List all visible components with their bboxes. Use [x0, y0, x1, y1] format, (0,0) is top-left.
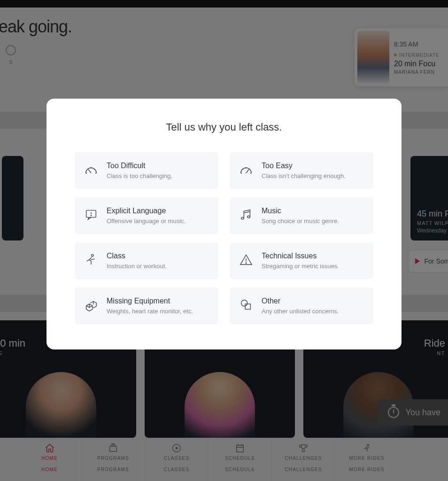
- reason-other[interactable]: Other Any other unlisted concerns.: [230, 287, 373, 324]
- gauge-icon: [84, 163, 98, 177]
- reason-too-difficult[interactable]: Too Difficult Class is too challenging.: [75, 152, 218, 189]
- svg-point-9: [241, 173, 241, 173]
- reason-sub: Class isn't challenging enough.: [262, 172, 346, 179]
- reason-title: Too Difficult: [107, 162, 172, 170]
- boxes-icon: [84, 298, 98, 312]
- reason-class[interactable]: Class Instruction or workout.: [75, 242, 218, 279]
- reason-title: Missing Equipment: [107, 297, 193, 305]
- svg-point-8: [91, 168, 92, 168]
- modal-title: Tell us why you left class.: [75, 121, 373, 133]
- reason-technical[interactable]: Technical Issues Stregaming or metric is…: [230, 242, 373, 279]
- svg-point-13: [246, 168, 247, 168]
- reason-sub: Stregaming or metric issues.: [262, 263, 339, 270]
- warning-icon: [239, 253, 253, 267]
- svg-point-5: [96, 173, 96, 173]
- reason-title: Music: [262, 207, 339, 215]
- reason-grid: Too Difficult Class is too challenging. …: [75, 152, 373, 324]
- reason-sub: Instruction or workout.: [107, 263, 167, 270]
- svg-point-15: [91, 215, 91, 216]
- svg-rect-21: [245, 304, 250, 309]
- reason-music[interactable]: Music Song choice or music genre.: [230, 197, 373, 234]
- reason-too-easy[interactable]: Too Easy Class isn't challenging enough.: [230, 152, 373, 189]
- reason-title: Too Easy: [262, 162, 346, 170]
- svg-point-4: [86, 173, 86, 173]
- shapes-icon: [239, 298, 253, 312]
- reason-sub: Any other unlisted concerns.: [262, 308, 339, 315]
- exit-reason-modal: Tell us why you left class. Too Difficul…: [46, 99, 402, 349]
- gauge-icon: [239, 163, 253, 177]
- exit-reason-modal-overlay: Tell us why you left class. Too Difficul…: [0, 0, 448, 481]
- music-icon: [239, 208, 253, 222]
- reason-title: Explicit Language: [107, 207, 185, 215]
- reason-sub: Song choice or music genre.: [262, 217, 339, 225]
- reason-sub: Weights, heart rate monitor, etc.: [107, 308, 193, 315]
- reason-sub: Offensive language or music.: [107, 217, 185, 225]
- reason-title: Other: [262, 297, 339, 305]
- reason-missing-equipment[interactable]: Missing Equipment Weights, heart rate mo…: [75, 287, 218, 324]
- svg-point-10: [251, 173, 251, 173]
- reason-sub: Class is too challenging.: [107, 172, 172, 179]
- svg-point-7: [94, 169, 94, 170]
- reason-title: Class: [107, 252, 167, 260]
- svg-point-20: [241, 300, 247, 306]
- svg-point-16: [241, 217, 244, 219]
- svg-point-19: [246, 263, 247, 264]
- runner-icon: [84, 253, 98, 267]
- svg-point-17: [247, 216, 250, 218]
- reason-explicit-language[interactable]: Explicit Language Offensive language or …: [75, 197, 218, 234]
- speech-warning-icon: [84, 208, 98, 222]
- svg-point-18: [92, 254, 94, 256]
- svg-point-6: [88, 169, 88, 170]
- reason-title: Technical Issues: [262, 252, 339, 260]
- svg-point-12: [249, 169, 249, 170]
- svg-point-11: [243, 169, 243, 170]
